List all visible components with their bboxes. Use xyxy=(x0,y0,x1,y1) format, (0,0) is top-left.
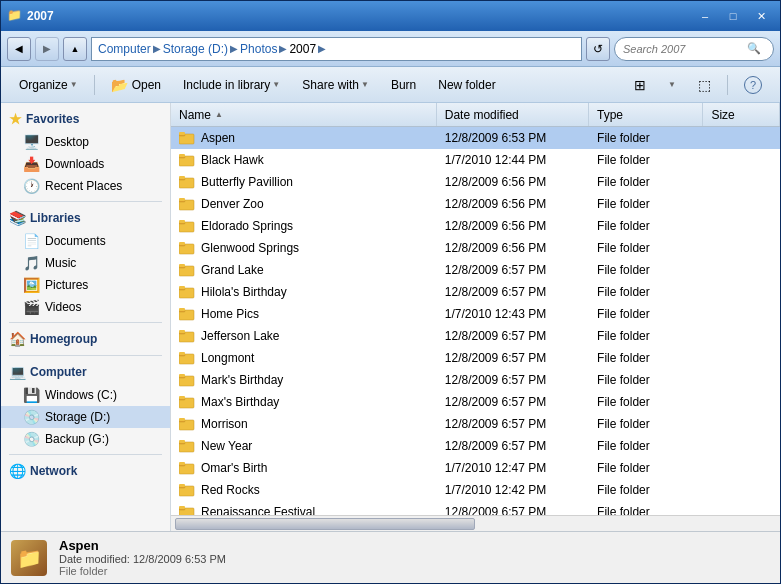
back-button[interactable]: ◀ xyxy=(7,37,31,61)
organize-button[interactable]: Organize ▼ xyxy=(9,72,88,98)
sidebar-homegroup-header[interactable]: 🏠 Homegroup xyxy=(1,327,170,351)
horizontal-scrollbar[interactable] xyxy=(171,515,780,531)
toolbar-separator-2 xyxy=(727,75,728,95)
maximize-button[interactable]: □ xyxy=(720,7,746,25)
refresh-button[interactable]: ↺ xyxy=(586,37,610,61)
table-row[interactable]: Grand Lake 12/8/2009 6:57 PM File folder xyxy=(171,259,780,281)
table-row[interactable]: Black Hawk 1/7/2010 12:44 PM File folder xyxy=(171,149,780,171)
view-button[interactable]: ⊞ xyxy=(624,72,656,98)
file-name-cell: Hilola's Birthday xyxy=(171,284,437,300)
file-type-cell: File folder xyxy=(589,417,703,431)
file-name-cell: New Year xyxy=(171,438,437,454)
svg-rect-20 xyxy=(179,264,185,267)
open-icon: 📂 xyxy=(111,77,128,93)
file-date-cell: 12/8/2009 6:53 PM xyxy=(437,131,589,145)
path-2007[interactable]: 2007 xyxy=(289,42,316,56)
table-row[interactable]: Longmont 12/8/2009 6:57 PM File folder xyxy=(171,347,780,369)
new-folder-button[interactable]: New folder xyxy=(428,72,505,98)
sidebar-item-documents[interactable]: 📄 Documents xyxy=(1,230,170,252)
table-row[interactable]: Jefferson Lake 12/8/2009 6:57 PM File fo… xyxy=(171,325,780,347)
path-computer[interactable]: Computer xyxy=(98,42,151,56)
share-chevron: ▼ xyxy=(361,80,369,89)
svg-rect-50 xyxy=(179,484,185,487)
address-path[interactable]: Computer ▶ Storage (D:) ▶ Photos ▶ 2007 … xyxy=(91,37,582,61)
search-input[interactable] xyxy=(623,43,743,55)
table-row[interactable]: Denver Zoo 12/8/2009 6:56 PM File folder xyxy=(171,193,780,215)
hscroll-thumb[interactable] xyxy=(175,518,475,530)
sidebar-libraries-header[interactable]: 📚 Libraries xyxy=(1,206,170,230)
sidebar-item-storage-d[interactable]: 💿 Storage (D:) xyxy=(1,406,170,428)
file-name-cell: Mark's Birthday xyxy=(171,372,437,388)
sidebar-item-desktop[interactable]: 🖥️ Desktop xyxy=(1,131,170,153)
svg-rect-26 xyxy=(179,308,185,311)
sidebar-item-downloads[interactable]: 📥 Downloads xyxy=(1,153,170,175)
burn-button[interactable]: Burn xyxy=(381,72,426,98)
col-header-type[interactable]: Type xyxy=(589,103,703,126)
preview-button[interactable]: ⬚ xyxy=(688,72,721,98)
documents-icon: 📄 xyxy=(23,233,39,249)
table-row[interactable]: Eldorado Springs 12/8/2009 6:56 PM File … xyxy=(171,215,780,237)
table-row[interactable]: Glenwood Springs 12/8/2009 6:56 PM File … xyxy=(171,237,780,259)
col-header-size[interactable]: Size xyxy=(703,103,780,126)
close-button[interactable]: ✕ xyxy=(748,7,774,25)
include-library-button[interactable]: Include in library ▼ xyxy=(173,72,290,98)
minimize-button[interactable]: – xyxy=(692,7,718,25)
table-row[interactable]: Home Pics 1/7/2010 12:43 PM File folder xyxy=(171,303,780,325)
sidebar-item-pictures[interactable]: 🖼️ Pictures xyxy=(1,274,170,296)
table-row[interactable]: Hilola's Birthday 12/8/2009 6:57 PM File… xyxy=(171,281,780,303)
help-button[interactable]: ? xyxy=(734,72,772,98)
view-dropdown[interactable]: ▼ xyxy=(658,72,686,98)
folder-icon xyxy=(179,240,195,256)
sidebar-item-music[interactable]: 🎵 Music xyxy=(1,252,170,274)
toolbar-separator-1 xyxy=(94,75,95,95)
forward-button[interactable]: ▶ xyxy=(35,37,59,61)
table-row[interactable]: Aspen 12/8/2009 6:53 PM File folder xyxy=(171,127,780,149)
main-content: ★ Favorites 🖥️ Desktop 📥 Downloads 🕐 Rec… xyxy=(1,103,780,531)
file-name-cell: Omar's Birth xyxy=(171,460,437,476)
table-row[interactable]: Max's Birthday 12/8/2009 6:57 PM File fo… xyxy=(171,391,780,413)
sidebar-item-backup-g[interactable]: 💿 Backup (G:) xyxy=(1,428,170,450)
sidebar: ★ Favorites 🖥️ Desktop 📥 Downloads 🕐 Rec… xyxy=(1,103,171,531)
path-photos[interactable]: Photos xyxy=(240,42,277,56)
file-type-cell: File folder xyxy=(589,219,703,233)
sidebar-item-recent[interactable]: 🕐 Recent Places xyxy=(1,175,170,197)
music-icon: 🎵 xyxy=(23,255,39,271)
table-row[interactable]: Mark's Birthday 12/8/2009 6:57 PM File f… xyxy=(171,369,780,391)
videos-icon: 🎬 xyxy=(23,299,39,315)
sidebar-libraries-section: 📚 Libraries 📄 Documents 🎵 Music 🖼️ Pictu… xyxy=(1,206,170,318)
up-button[interactable]: ▲ xyxy=(63,37,87,61)
sidebar-item-videos[interactable]: 🎬 Videos xyxy=(1,296,170,318)
sidebar-favorites-header[interactable]: ★ Favorites xyxy=(1,107,170,131)
sidebar-computer-header[interactable]: 💻 Computer xyxy=(1,360,170,384)
file-date-cell: 12/8/2009 6:56 PM xyxy=(437,197,589,211)
table-row[interactable]: Butterfly Pavillion 12/8/2009 6:56 PM Fi… xyxy=(171,171,780,193)
sidebar-divider-2 xyxy=(9,322,162,323)
table-row[interactable]: New Year 12/8/2009 6:57 PM File folder xyxy=(171,435,780,457)
libraries-icon: 📚 xyxy=(9,210,26,226)
window-title: 2007 xyxy=(27,9,54,23)
sidebar-item-windows-c[interactable]: 💾 Windows (C:) xyxy=(1,384,170,406)
svg-rect-17 xyxy=(179,242,185,245)
svg-rect-53 xyxy=(179,506,185,509)
open-button[interactable]: 📂 Open xyxy=(101,72,171,98)
folder-icon xyxy=(179,262,195,278)
folder-icon xyxy=(179,218,195,234)
col-header-date[interactable]: Date modified xyxy=(437,103,589,126)
table-row[interactable]: Omar's Birth 1/7/2010 12:47 PM File fold… xyxy=(171,457,780,479)
sidebar-network-header[interactable]: 🌐 Network xyxy=(1,459,170,483)
file-list[interactable]: Aspen 12/8/2009 6:53 PM File folder Blac… xyxy=(171,127,780,515)
file-date-cell: 12/8/2009 6:57 PM xyxy=(437,395,589,409)
share-with-button[interactable]: Share with ▼ xyxy=(292,72,379,98)
file-name-cell: Morrison xyxy=(171,416,437,432)
file-name-cell: Eldorado Springs xyxy=(171,218,437,234)
file-name-cell: Renaissance Festival xyxy=(171,504,437,515)
table-row[interactable]: Morrison 12/8/2009 6:57 PM File folder xyxy=(171,413,780,435)
path-storage[interactable]: Storage (D:) xyxy=(163,42,228,56)
file-type-cell: File folder xyxy=(589,461,703,475)
organize-chevron: ▼ xyxy=(70,80,78,89)
file-type-cell: File folder xyxy=(589,131,703,145)
table-row[interactable]: Red Rocks 1/7/2010 12:42 PM File folder xyxy=(171,479,780,501)
col-header-name[interactable]: Name ▲ xyxy=(171,103,437,126)
file-date-cell: 12/8/2009 6:56 PM xyxy=(437,175,589,189)
table-row[interactable]: Renaissance Festival 12/8/2009 6:57 PM F… xyxy=(171,501,780,515)
